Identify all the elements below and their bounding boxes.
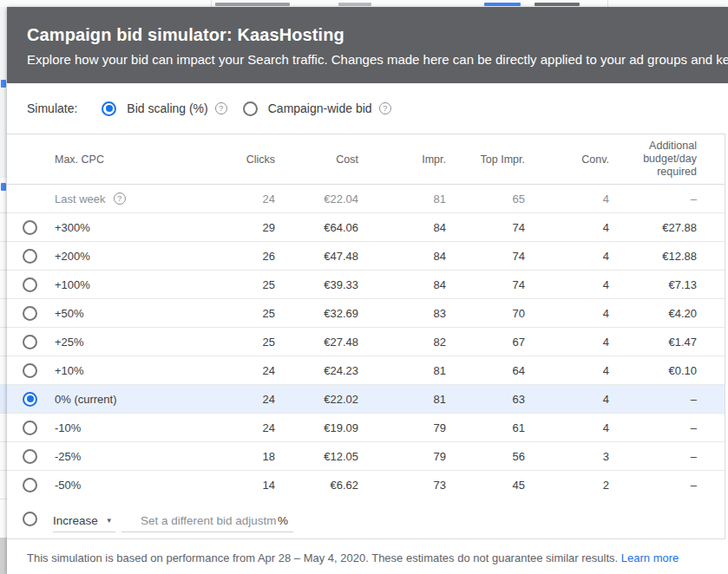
percent-suffix: % [276, 514, 293, 527]
bid-option-row[interactable]: +300% 29 €64.06 84 74 4 €27.88 [7, 213, 725, 242]
baseline-cost: €22.04 [275, 192, 358, 205]
table-rows: +300% 29 €64.06 84 74 4 €27.88 +200% 26 … [7, 213, 725, 499]
bid-option-row[interactable]: 0% (current) 24 €22.02 81 63 4 – [7, 385, 725, 414]
row-cell: €24.23 [275, 364, 358, 377]
row-cell: 4 [525, 250, 609, 263]
clipped-text-fragment [215, 3, 290, 6]
row-cell: 18 [189, 450, 275, 463]
row-cell: €32.69 [275, 307, 358, 320]
radio-option-label: Bid scaling (%) [127, 101, 207, 115]
row-label: -25% [55, 450, 81, 463]
row-cell: 26 [189, 250, 275, 263]
radio-option-campaign-wide-bid[interactable]: Campaign-wide bid ? [243, 101, 391, 116]
row-cell: 79 [358, 450, 446, 463]
row-cell: €64.06 [275, 221, 358, 234]
row-cell: 84 [358, 250, 446, 263]
background-page-top-sliver [0, 0, 728, 7]
clipped-text-fragment [535, 3, 580, 6]
row-cell: 84 [358, 221, 446, 234]
bid-option-row[interactable]: -50% 14 €6.62 73 45 2 – [7, 471, 725, 499]
background-rowline [0, 327, 7, 328]
learn-more-link[interactable]: Learn more [621, 551, 679, 564]
row-radio[interactable] [23, 306, 37, 321]
bid-option-row[interactable]: +10% 24 €24.23 81 64 4 €0.10 [7, 356, 725, 385]
col-header-cost: Cost [275, 153, 358, 166]
row-cell: 29 [189, 221, 275, 234]
panel-subtitle: Explore how your bid can impact your Sea… [27, 52, 728, 67]
bid-option-row[interactable]: -10% 24 €19.09 79 61 4 – [7, 414, 725, 442]
row-cell: €4.20 [609, 307, 697, 320]
row-radio[interactable] [23, 335, 37, 349]
row-cell: 4 [525, 307, 609, 320]
row-cell: €12.88 [609, 250, 697, 263]
radio-icon[interactable] [243, 101, 258, 116]
custom-bid-row: Increase ▼ % [7, 499, 725, 538]
bid-option-row[interactable]: -25% 18 €12.05 79 56 3 – [7, 442, 725, 471]
row-cell: €0.10 [609, 364, 697, 377]
radio-icon[interactable] [102, 101, 116, 116]
background-rowline [0, 241, 7, 242]
background-rowline [0, 470, 7, 471]
custom-bid-input[interactable] [141, 514, 276, 527]
baseline-clicks: 24 [189, 192, 275, 205]
custom-bid-radio[interactable] [23, 512, 37, 526]
row-label: +100% [55, 278, 90, 291]
panel-header: Campaign bid simulator: KaasHosting Expl… [7, 7, 728, 83]
baseline-row-last-week: Last week ? 24 €22.04 81 65 4 – [7, 185, 725, 213]
row-cell: 25 [189, 336, 275, 349]
radio-option-bid-scaling[interactable]: Bid scaling (%) ? [102, 101, 226, 116]
row-label: +300% [55, 221, 90, 234]
row-cell: 74 [446, 278, 525, 291]
row-radio[interactable] [23, 220, 37, 235]
row-cell: – [609, 421, 697, 434]
row-radio[interactable] [23, 449, 37, 464]
row-cell: €27.48 [275, 336, 358, 349]
help-icon[interactable]: ? [379, 102, 391, 114]
background-rows [0, 178, 7, 546]
bid-option-row[interactable]: +25% 25 €27.48 82 67 4 €1.47 [7, 328, 725, 356]
baseline-conv: 4 [525, 192, 609, 205]
radio-option-label: Campaign-wide bid [268, 101, 372, 115]
background-divider [607, 0, 608, 7]
row-cell: 24 [189, 421, 275, 434]
row-label: +200% [55, 250, 90, 263]
row-cell: 4 [525, 421, 609, 434]
row-radio[interactable] [23, 249, 37, 264]
row-cell: 56 [446, 450, 525, 463]
col-header-clicks: Clicks [189, 153, 275, 166]
row-radio[interactable] [23, 478, 37, 492]
row-label: +50% [55, 307, 84, 320]
row-radio[interactable] [23, 277, 37, 292]
bid-option-row[interactable]: +100% 25 €39.33 84 74 4 €7.13 [7, 271, 725, 299]
row-cell: €12.05 [275, 450, 358, 463]
row-cell: €47.48 [275, 250, 358, 263]
panel-title: Campaign bid simulator: KaasHosting [27, 25, 728, 45]
row-cell: 67 [446, 336, 525, 349]
bid-direction-dropdown[interactable]: Increase ▼ [53, 509, 115, 532]
col-header-max-cpc: Max. CPC [7, 153, 104, 166]
row-label: -50% [55, 479, 81, 492]
background-rowline [0, 413, 7, 414]
help-icon[interactable]: ? [114, 192, 126, 205]
row-cell: 2 [525, 479, 609, 492]
row-cell: 4 [525, 278, 609, 291]
help-icon[interactable]: ? [215, 102, 227, 114]
row-cell: €6.62 [275, 479, 358, 492]
row-cell: 74 [446, 250, 525, 263]
baseline-additional-budget: – [609, 192, 697, 205]
background-rowline [0, 441, 7, 442]
row-radio[interactable] [23, 363, 37, 378]
row-cell: 81 [358, 364, 446, 377]
background-rowline [0, 270, 7, 271]
row-radio[interactable] [23, 392, 37, 407]
bid-option-row[interactable]: +200% 26 €47.48 84 74 4 €12.88 [7, 242, 725, 271]
row-label: 0% (current) [55, 393, 117, 406]
col-header-additional-budget: Additional budget/day required [609, 140, 697, 179]
row-radio[interactable] [23, 421, 37, 435]
background-rowline [0, 298, 7, 299]
row-cell: – [609, 479, 697, 492]
clipped-text-fragment [1, 183, 6, 191]
row-cell: €27.88 [609, 221, 697, 234]
bid-option-row[interactable]: +50% 25 €32.69 83 70 4 €4.20 [7, 299, 725, 328]
row-cell: 73 [358, 479, 446, 492]
